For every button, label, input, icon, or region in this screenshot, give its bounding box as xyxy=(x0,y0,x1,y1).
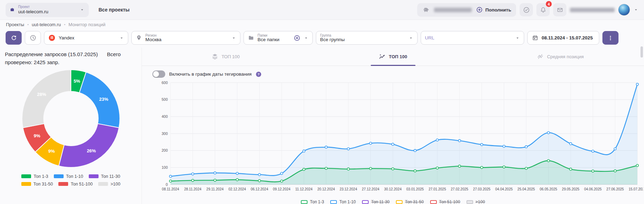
svg-text:04.06.2025: 04.06.2025 xyxy=(584,187,602,191)
project-selector[interactable]: Проект uut-telecom.ru xyxy=(6,3,89,17)
legend-label: >100 xyxy=(110,182,120,187)
chart-legend-item[interactable]: Топ 11-30 xyxy=(362,199,390,204)
search-engine-value: Yandex xyxy=(59,35,74,40)
topup-button[interactable]: Пополнить xyxy=(476,6,511,13)
legend-label: Топ 51-100 xyxy=(439,199,460,204)
region-select[interactable]: Регион Москва xyxy=(131,31,240,45)
legend-label: Топ 11-30 xyxy=(371,199,390,204)
yandex-letter: Я xyxy=(51,36,53,40)
chevron-down-icon xyxy=(304,36,309,40)
messages-button[interactable] xyxy=(553,3,566,16)
scrollbar-thumb[interactable] xyxy=(641,46,643,58)
distribution-panel: Распределение запросов (15.07.2025)Всего… xyxy=(0,47,142,204)
check-circle-icon xyxy=(523,6,530,14)
help-icon[interactable]: ? xyxy=(255,71,262,77)
donut-legend-item: Топ 11-30 xyxy=(89,174,120,179)
notifications-badge: 4 xyxy=(546,1,552,7)
legend-swatch xyxy=(362,200,369,204)
all-projects-link[interactable]: Все проекты xyxy=(99,7,130,13)
svg-text:600: 600 xyxy=(161,81,168,85)
svg-text:9%: 9% xyxy=(48,149,55,154)
chart-legend-item[interactable]: Топ 1-10 xyxy=(330,199,356,204)
map-pin-icon xyxy=(136,35,142,41)
chart-legend-item[interactable]: Топ 31-50 xyxy=(396,199,424,204)
chart-legend-item[interactable]: >100 xyxy=(466,199,485,204)
breadcrumb-project[interactable]: uut-telecom.ru xyxy=(32,22,61,27)
donut-legend: Топ 1-3Топ 1-10Топ 11-30Топ 31-50Топ 51-… xyxy=(6,174,136,187)
url-placeholder: URL xyxy=(425,35,434,40)
kebab-menu-icon xyxy=(607,35,614,41)
folders-value: Все папки xyxy=(258,37,290,43)
topup-label: Пополнить xyxy=(485,7,511,13)
layers-icon xyxy=(211,53,218,60)
breadcrumb-projects[interactable]: Проекты xyxy=(6,22,24,27)
legend-swatch xyxy=(89,174,99,178)
svg-text:08.11.2024: 08.11.2024 xyxy=(162,187,179,191)
svg-text:500: 500 xyxy=(161,97,168,101)
donut-legend-item: Топ 1-10 xyxy=(54,174,83,179)
balance-blurred xyxy=(434,8,472,12)
svg-text:27.02.2025: 27.02.2025 xyxy=(451,187,468,191)
breadcrumb: Проекты • uut-telecom.ru • Монитор позиц… xyxy=(0,20,644,29)
avatar[interactable] xyxy=(618,4,630,16)
more-options-button[interactable] xyxy=(602,31,618,45)
add-folder-icon[interactable] xyxy=(294,35,301,41)
toggle-label: Включить в график даты тегирования xyxy=(169,71,252,77)
svg-text:27.06.2025: 27.06.2025 xyxy=(606,187,624,191)
donut-legend-item: Топ 51-100 xyxy=(58,182,93,187)
main-content: Распределение запросов (15.07.2025)Всего… xyxy=(0,47,644,204)
envelope-icon xyxy=(556,6,564,14)
bell-icon xyxy=(540,6,547,14)
svg-text:200: 200 xyxy=(161,148,168,152)
svg-text:400: 400 xyxy=(161,114,168,119)
legend-swatch xyxy=(330,200,337,204)
svg-text:06.12.2024: 06.12.2024 xyxy=(251,187,268,191)
tasks-button[interactable] xyxy=(520,3,533,16)
search-engine-select[interactable]: Я Yandex xyxy=(44,31,128,45)
history-button[interactable] xyxy=(25,31,41,45)
yandex-icon: Я xyxy=(48,34,56,41)
plus-circle-icon xyxy=(476,6,483,13)
tab-label: Средняя позиция xyxy=(547,54,584,59)
svg-text:23.12.2024: 23.12.2024 xyxy=(340,187,357,191)
briefcase-icon xyxy=(10,7,15,12)
legend-swatch xyxy=(430,200,437,204)
chart-legend-item[interactable]: Топ 1-3 xyxy=(301,199,324,204)
balance-widget: Пополнить xyxy=(417,3,516,17)
svg-text:11.12.2024: 11.12.2024 xyxy=(295,187,313,191)
tagging-dates-toggle[interactable] xyxy=(152,70,165,78)
tab-top100-chart[interactable]: ТОП 100 xyxy=(309,47,477,66)
svg-text:9%: 9% xyxy=(34,133,40,138)
svg-text:5%: 5% xyxy=(73,78,80,83)
distribution-title-block: Распределение запросов (15.07.2025)Всего… xyxy=(0,47,140,67)
svg-text:20.12.2024: 20.12.2024 xyxy=(317,187,335,191)
svg-text:26%: 26% xyxy=(87,148,96,153)
folders-select[interactable]: Папки Все папки xyxy=(244,31,313,45)
svg-text:27.01.2025: 27.01.2025 xyxy=(428,187,446,191)
filter-bar: Я Yandex Регион Москва Папки Все папки Г… xyxy=(0,29,644,47)
region-label: Регион xyxy=(145,33,228,37)
legend-swatch xyxy=(21,182,31,186)
tab-average-position[interactable]: Средняя позиция xyxy=(477,47,644,66)
svg-text:0: 0 xyxy=(166,182,168,187)
svg-text:28.11.2024: 28.11.2024 xyxy=(184,187,202,191)
svg-text:04.04.2025: 04.04.2025 xyxy=(495,187,513,191)
svg-text:25.04.2025: 25.04.2025 xyxy=(518,187,535,191)
tab-top100-table[interactable]: ТОП 100 xyxy=(142,47,309,66)
svg-text:100: 100 xyxy=(161,165,168,169)
date-range-picker[interactable]: 08.11.2024 - 15.07.2025 xyxy=(527,31,599,45)
distribution-donut-chart: 5%23%26%9%9%28% xyxy=(20,68,122,169)
svg-text:09.12.2024: 09.12.2024 xyxy=(273,187,290,191)
folders-label: Папки xyxy=(258,33,290,37)
svg-text:02.12.2024: 02.12.2024 xyxy=(229,187,246,191)
groups-value: Все группы xyxy=(320,37,405,43)
groups-select[interactable]: Группа Все группы xyxy=(316,31,418,45)
chart-legend-item[interactable]: Топ 51-100 xyxy=(430,199,460,204)
refresh-button[interactable] xyxy=(6,31,22,45)
legend-label: Топ 1-10 xyxy=(66,174,83,179)
url-select[interactable]: URL xyxy=(421,31,524,45)
legend-swatch xyxy=(98,182,108,186)
legend-label: Топ 1-3 xyxy=(310,199,324,204)
notifications-button[interactable]: 4 xyxy=(536,3,550,16)
chevron-down-icon[interactable] xyxy=(634,7,638,12)
